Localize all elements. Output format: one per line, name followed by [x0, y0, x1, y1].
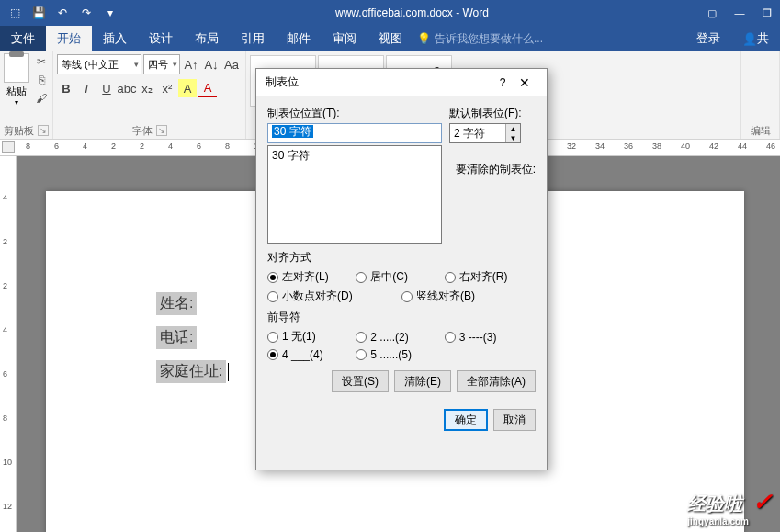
tabs-dialog: 制表位 ? ✕ 制表位位置(T): 30 字符 30 字符 默认制表位(F): … — [255, 68, 548, 470]
paste-icon — [4, 53, 29, 83]
field-name-label: 姓名: — [156, 292, 197, 315]
paste-button[interactable]: 粘贴 ▾ — [4, 53, 29, 107]
paste-label: 粘贴 — [6, 85, 27, 98]
copy-icon[interactable]: ⎘ — [33, 72, 50, 88]
cut-icon[interactable]: ✂ — [33, 53, 50, 70]
spin-down-icon[interactable]: ▼ — [505, 133, 520, 142]
radio-leader-4[interactable]: 4 ___(4) — [267, 348, 356, 361]
share-icon: 👤 — [742, 32, 757, 46]
undo-icon[interactable]: ↶ — [51, 2, 73, 24]
italic-button[interactable]: I — [77, 79, 96, 97]
share-button[interactable]: 👤共 — [731, 26, 780, 51]
radio-align-decimal[interactable]: 小数点对齐(D) — [267, 289, 401, 304]
group-editing: 编辑 — [741, 51, 780, 139]
clear-all-button[interactable]: 全部清除(A) — [457, 370, 536, 392]
watermark: 经验啦 jingyanla.com ✓ — [687, 488, 773, 526]
check-icon: ✓ — [752, 488, 773, 516]
default-tab-spinner[interactable]: 2 字符 ▲▼ — [449, 123, 521, 143]
group-font: 等线 (中文正 四号 A↑ A↓ Aa B I U abc x₂ x² A A … — [53, 51, 246, 139]
bulb-icon: 💡 — [417, 32, 431, 45]
group-clipboard: 粘贴 ▾ ✂ ⎘ 🖌 剪贴板↘ — [0, 51, 53, 139]
radio-align-left[interactable]: 左对齐(L) — [267, 269, 356, 285]
radio-align-bar[interactable]: 竖线对齐(B) — [401, 289, 536, 304]
strikethrough-button[interactable]: abc — [118, 79, 136, 97]
change-case-icon[interactable]: Aa — [222, 55, 241, 74]
field-phone-label: 电话: — [156, 326, 197, 349]
dialog-titlebar: 制表位 ? ✕ — [256, 69, 547, 96]
tab-home[interactable]: 开始 — [46, 26, 92, 51]
tell-me-search[interactable]: 💡告诉我您想要做什么... — [417, 31, 543, 47]
tab-insert[interactable]: 插入 — [92, 26, 138, 51]
leader-label: 前导符 — [267, 310, 536, 325]
title-bar: ⬚ 💾 ↶ ↷ ▾ www.officebai.com.docx - Word … — [0, 0, 780, 26]
clipboard-launcher[interactable]: ↘ — [38, 125, 49, 136]
list-item[interactable]: 30 字符 — [272, 148, 437, 164]
radio-leader-1[interactable]: 1 无(1) — [267, 329, 356, 345]
save-icon[interactable]: 💾 — [28, 2, 50, 24]
window-controls: ▢ — ❐ — [699, 2, 780, 24]
superscript-button[interactable]: x² — [158, 79, 176, 97]
help-button[interactable]: ? — [493, 76, 512, 89]
font-color-button[interactable]: A — [198, 79, 217, 97]
shrink-font-icon[interactable]: A↓ — [202, 55, 220, 74]
spin-up-icon[interactable]: ▲ — [505, 124, 520, 133]
document-title: www.officebai.com.docx - Word — [125, 6, 699, 19]
bold-button[interactable]: B — [57, 79, 75, 97]
ribbon-options-icon[interactable]: ▢ — [699, 2, 725, 24]
tab-review[interactable]: 审阅 — [322, 26, 367, 51]
vertical-ruler[interactable]: 4224681012 — [0, 156, 17, 532]
tab-position-list[interactable]: 30 字符 — [267, 145, 442, 244]
field-address-label: 家庭住址: — [156, 360, 226, 383]
subscript-button[interactable]: x₂ — [138, 79, 156, 97]
minimize-button[interactable]: — — [727, 2, 752, 24]
tab-view[interactable]: 视图 — [367, 26, 413, 51]
font-size-combo[interactable]: 四号 — [143, 54, 180, 74]
clear-tabs-label: 要清除的制表位: — [449, 162, 536, 177]
font-name-combo[interactable]: 等线 (中文正 — [57, 54, 141, 74]
tab-references[interactable]: 引用 — [230, 26, 276, 51]
radio-leader-5[interactable]: 5 ......(5) — [356, 348, 444, 361]
radio-align-right[interactable]: 右对齐(R) — [445, 269, 533, 285]
qat-dropdown-icon[interactable]: ▾ — [99, 2, 121, 24]
default-tab-label: 默认制表位(F): — [449, 106, 536, 121]
highlight-button[interactable]: A — [178, 79, 197, 97]
quick-access-toolbar: ⬚ 💾 ↶ ↷ ▾ — [0, 2, 125, 24]
radio-leader-2[interactable]: 2 .....(2) — [356, 329, 444, 345]
clear-button[interactable]: 清除(E) — [394, 370, 451, 392]
underline-button[interactable]: U — [97, 79, 116, 97]
alignment-label: 对齐方式 — [267, 250, 536, 266]
ok-button[interactable]: 确定 — [444, 409, 488, 431]
set-button[interactable]: 设置(S) — [332, 370, 389, 392]
cancel-button[interactable]: 取消 — [493, 409, 536, 431]
alignment-options: 左对齐(L) 居中(C) 右对齐(R) 小数点对齐(D) 竖线对齐(B) — [267, 269, 536, 304]
tab-file[interactable]: 文件 — [0, 26, 46, 51]
ribbon-tabs: 文件 开始 插入 设计 布局 引用 邮件 审阅 视图 💡告诉我您想要做什么...… — [0, 26, 780, 51]
restore-button[interactable]: ❐ — [754, 2, 780, 24]
tab-position-label: 制表位位置(T): — [267, 106, 442, 121]
tab-selector[interactable] — [2, 141, 15, 153]
format-painter-icon[interactable]: 🖌 — [33, 90, 50, 107]
clipboard-label: 剪贴板 — [4, 124, 34, 138]
word-icon: ⬚ — [4, 2, 26, 24]
sign-in-button[interactable]: 登录 — [685, 26, 731, 51]
tab-position-input[interactable]: 30 字符 — [267, 123, 442, 143]
dialog-title: 制表位 — [266, 74, 493, 90]
redo-icon[interactable]: ↷ — [75, 2, 97, 24]
tab-mailings[interactable]: 邮件 — [276, 26, 322, 51]
font-group-label: 字体 — [132, 124, 153, 138]
tab-design[interactable]: 设计 — [138, 26, 184, 51]
radio-leader-3[interactable]: 3 ----(3) — [445, 329, 533, 345]
editing-group-label: 编辑 — [745, 122, 775, 139]
tab-layout[interactable]: 布局 — [184, 26, 230, 51]
radio-align-center[interactable]: 居中(C) — [356, 269, 444, 285]
leader-options: 1 无(1) 2 .....(2) 3 ----(3) 4 ___(4) 5 .… — [267, 329, 536, 361]
close-button[interactable]: ✕ — [512, 75, 537, 90]
grow-font-icon[interactable]: A↑ — [182, 55, 200, 74]
font-launcher[interactable]: ↘ — [156, 125, 167, 136]
